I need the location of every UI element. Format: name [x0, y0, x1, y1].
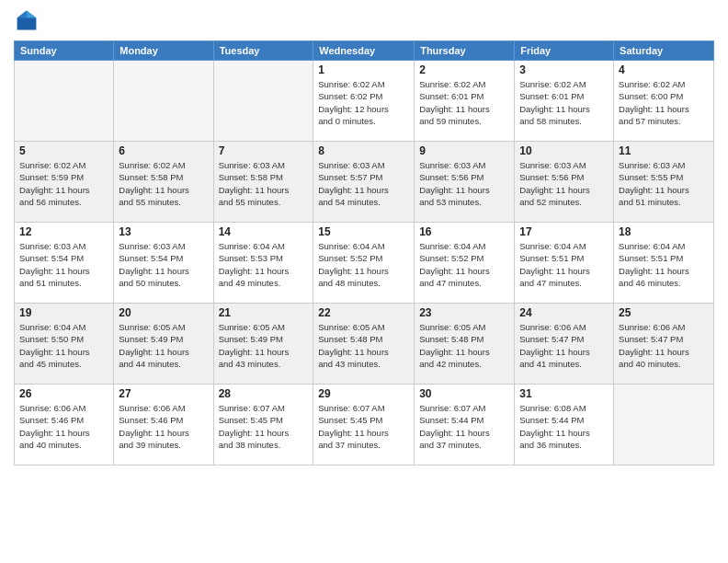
- day-info: Sunrise: 6:03 AM Sunset: 5:56 PM Dayligh…: [419, 159, 509, 208]
- day-number: 23: [419, 306, 509, 319]
- day-info: Sunrise: 6:02 AM Sunset: 6:00 PM Dayligh…: [619, 78, 709, 127]
- calendar-cell: 11Sunrise: 6:03 AM Sunset: 5:55 PM Dayli…: [614, 142, 714, 223]
- day-info: Sunrise: 6:02 AM Sunset: 6:01 PM Dayligh…: [519, 78, 609, 127]
- day-number: 29: [318, 387, 409, 400]
- day-number: 16: [419, 225, 509, 238]
- calendar-cell: 16Sunrise: 6:04 AM Sunset: 5:52 PM Dayli…: [415, 223, 515, 304]
- calendar-cell: 4Sunrise: 6:02 AM Sunset: 6:00 PM Daylig…: [614, 61, 714, 142]
- week-row-3: 12Sunrise: 6:03 AM Sunset: 5:54 PM Dayli…: [15, 223, 714, 304]
- day-number: 25: [619, 306, 709, 319]
- day-info: Sunrise: 6:02 AM Sunset: 5:58 PM Dayligh…: [119, 159, 208, 208]
- day-info: Sunrise: 6:06 AM Sunset: 5:46 PM Dayligh…: [19, 402, 108, 451]
- day-info: Sunrise: 6:05 AM Sunset: 5:49 PM Dayligh…: [219, 321, 309, 370]
- day-info: Sunrise: 6:04 AM Sunset: 5:51 PM Dayligh…: [519, 240, 609, 289]
- weekday-sunday: Sunday: [15, 41, 114, 61]
- calendar-cell: 22Sunrise: 6:05 AM Sunset: 5:48 PM Dayli…: [313, 304, 415, 385]
- day-number: 5: [19, 144, 108, 157]
- day-info: Sunrise: 6:02 AM Sunset: 6:02 PM Dayligh…: [318, 78, 409, 127]
- calendar-cell: 29Sunrise: 6:07 AM Sunset: 5:45 PM Dayli…: [313, 385, 415, 465]
- day-number: 13: [119, 225, 208, 238]
- day-number: 12: [19, 225, 108, 238]
- day-info: Sunrise: 6:08 AM Sunset: 5:44 PM Dayligh…: [519, 402, 609, 451]
- day-info: Sunrise: 6:07 AM Sunset: 5:44 PM Dayligh…: [419, 402, 509, 451]
- day-info: Sunrise: 6:04 AM Sunset: 5:52 PM Dayligh…: [318, 240, 409, 289]
- day-info: Sunrise: 6:05 AM Sunset: 5:48 PM Dayligh…: [419, 321, 509, 370]
- day-number: 22: [318, 306, 409, 319]
- logo-icon: [16, 9, 38, 31]
- page-container: SundayMondayTuesdayWednesdayThursdayFrid…: [0, 0, 728, 475]
- calendar-cell: 21Sunrise: 6:05 AM Sunset: 5:49 PM Dayli…: [213, 304, 313, 385]
- calendar-table: SundayMondayTuesdayWednesdayThursdayFrid…: [14, 40, 714, 465]
- calendar-cell: 20Sunrise: 6:05 AM Sunset: 5:49 PM Dayli…: [114, 304, 213, 385]
- day-info: Sunrise: 6:04 AM Sunset: 5:53 PM Dayligh…: [219, 240, 309, 289]
- day-info: Sunrise: 6:02 AM Sunset: 6:01 PM Dayligh…: [419, 78, 509, 127]
- calendar-cell: 14Sunrise: 6:04 AM Sunset: 5:53 PM Dayli…: [213, 223, 313, 304]
- calendar-cell: 12Sunrise: 6:03 AM Sunset: 5:54 PM Dayli…: [15, 223, 114, 304]
- day-number: 8: [318, 144, 409, 157]
- calendar-cell: 19Sunrise: 6:04 AM Sunset: 5:50 PM Dayli…: [15, 304, 114, 385]
- calendar-cell: 17Sunrise: 6:04 AM Sunset: 5:51 PM Dayli…: [515, 223, 614, 304]
- day-number: 31: [519, 387, 609, 400]
- calendar-cell: 9Sunrise: 6:03 AM Sunset: 5:56 PM Daylig…: [415, 142, 515, 223]
- day-info: Sunrise: 6:06 AM Sunset: 5:47 PM Dayligh…: [519, 321, 609, 370]
- day-number: 2: [419, 63, 509, 76]
- calendar-cell: [15, 61, 114, 142]
- day-number: 18: [619, 225, 709, 238]
- day-number: 4: [619, 63, 709, 76]
- day-info: Sunrise: 6:05 AM Sunset: 5:48 PM Dayligh…: [318, 321, 409, 370]
- day-number: 6: [119, 144, 208, 157]
- day-number: 21: [219, 306, 309, 319]
- svg-marker-2: [17, 11, 27, 18]
- weekday-wednesday: Wednesday: [313, 41, 415, 61]
- day-info: Sunrise: 6:05 AM Sunset: 5:49 PM Dayligh…: [119, 321, 208, 370]
- calendar-cell: 6Sunrise: 6:02 AM Sunset: 5:58 PM Daylig…: [114, 142, 213, 223]
- calendar-cell: 15Sunrise: 6:04 AM Sunset: 5:52 PM Dayli…: [313, 223, 415, 304]
- calendar-cell: 8Sunrise: 6:03 AM Sunset: 5:57 PM Daylig…: [313, 142, 415, 223]
- day-info: Sunrise: 6:04 AM Sunset: 5:52 PM Dayligh…: [419, 240, 509, 289]
- calendar-cell: [213, 61, 313, 142]
- day-number: 10: [519, 144, 609, 157]
- day-info: Sunrise: 6:03 AM Sunset: 5:57 PM Dayligh…: [318, 159, 409, 208]
- day-number: 24: [519, 306, 609, 319]
- weekday-header-row: SundayMondayTuesdayWednesdayThursdayFrid…: [15, 41, 714, 61]
- svg-marker-1: [27, 11, 36, 18]
- calendar-cell: 1Sunrise: 6:02 AM Sunset: 6:02 PM Daylig…: [313, 61, 415, 142]
- calendar-cell: 30Sunrise: 6:07 AM Sunset: 5:44 PM Dayli…: [415, 385, 515, 465]
- day-info: Sunrise: 6:03 AM Sunset: 5:56 PM Dayligh…: [519, 159, 609, 208]
- weekday-saturday: Saturday: [614, 41, 714, 61]
- day-info: Sunrise: 6:07 AM Sunset: 5:45 PM Dayligh…: [219, 402, 309, 451]
- day-info: Sunrise: 6:02 AM Sunset: 5:59 PM Dayligh…: [19, 159, 108, 208]
- day-number: 30: [419, 387, 509, 400]
- calendar-cell: [114, 61, 213, 142]
- calendar-cell: 2Sunrise: 6:02 AM Sunset: 6:01 PM Daylig…: [415, 61, 515, 142]
- weekday-monday: Monday: [114, 41, 213, 61]
- header: [14, 9, 714, 35]
- calendar-cell: 31Sunrise: 6:08 AM Sunset: 5:44 PM Dayli…: [515, 385, 614, 465]
- day-info: Sunrise: 6:06 AM Sunset: 5:47 PM Dayligh…: [619, 321, 709, 370]
- day-info: Sunrise: 6:03 AM Sunset: 5:55 PM Dayligh…: [619, 159, 709, 208]
- day-info: Sunrise: 6:03 AM Sunset: 5:54 PM Dayligh…: [19, 240, 108, 289]
- logo: [14, 9, 38, 35]
- calendar-cell: 7Sunrise: 6:03 AM Sunset: 5:58 PM Daylig…: [213, 142, 313, 223]
- weekday-friday: Friday: [515, 41, 614, 61]
- day-number: 19: [19, 306, 108, 319]
- day-number: 11: [619, 144, 709, 157]
- calendar-cell: 27Sunrise: 6:06 AM Sunset: 5:46 PM Dayli…: [114, 385, 213, 465]
- day-number: 28: [219, 387, 309, 400]
- day-number: 17: [519, 225, 609, 238]
- weekday-thursday: Thursday: [415, 41, 515, 61]
- day-number: 1: [318, 63, 409, 76]
- calendar-cell: 28Sunrise: 6:07 AM Sunset: 5:45 PM Dayli…: [213, 385, 313, 465]
- week-row-4: 19Sunrise: 6:04 AM Sunset: 5:50 PM Dayli…: [15, 304, 714, 385]
- day-info: Sunrise: 6:07 AM Sunset: 5:45 PM Dayligh…: [318, 402, 409, 451]
- day-number: 20: [119, 306, 208, 319]
- day-number: 7: [219, 144, 309, 157]
- day-number: 9: [419, 144, 509, 157]
- calendar-cell: 18Sunrise: 6:04 AM Sunset: 5:51 PM Dayli…: [614, 223, 714, 304]
- calendar-cell: 13Sunrise: 6:03 AM Sunset: 5:54 PM Dayli…: [114, 223, 213, 304]
- day-number: 14: [219, 225, 309, 238]
- week-row-1: 1Sunrise: 6:02 AM Sunset: 6:02 PM Daylig…: [15, 61, 714, 142]
- day-number: 26: [19, 387, 108, 400]
- calendar-cell: 23Sunrise: 6:05 AM Sunset: 5:48 PM Dayli…: [415, 304, 515, 385]
- day-info: Sunrise: 6:04 AM Sunset: 5:51 PM Dayligh…: [619, 240, 709, 289]
